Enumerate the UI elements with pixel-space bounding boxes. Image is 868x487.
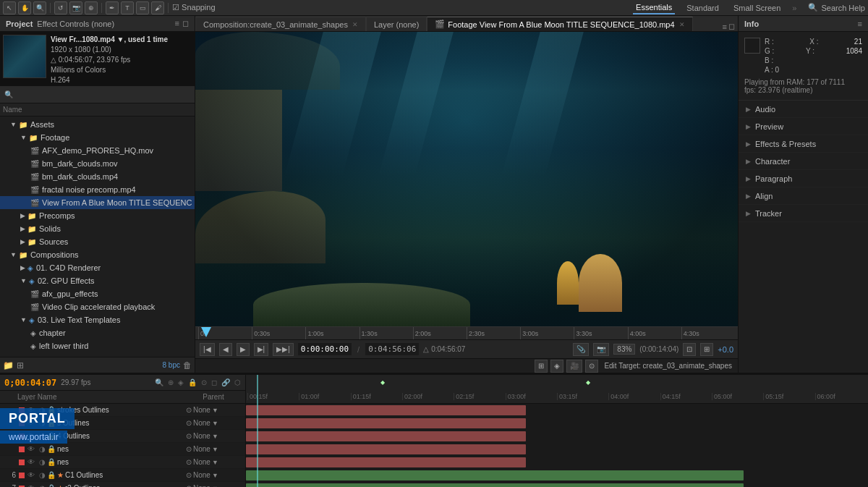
solo-icon[interactable]: ◑: [39, 484, 46, 487]
parent-arrow[interactable]: ▼: [212, 485, 218, 488]
close-icon[interactable]: ✕: [679, 21, 685, 28]
tl-menu-1[interactable]: ⊕: [168, 378, 174, 386]
first-frame-btn[interactable]: |◀: [200, 343, 215, 356]
tree-item-precomps[interactable]: ▶ 📁 Precomps: [0, 209, 195, 222]
comp-tab-label: Composition:create_03_animate_shapes: [203, 20, 348, 29]
new-comp-btn[interactable]: ⊞: [17, 360, 24, 370]
pen-tool[interactable]: ✒: [106, 1, 119, 14]
parent-val: None: [193, 484, 210, 487]
project-search-input[interactable]: [16, 89, 190, 100]
parent-arrow[interactable]: ▼: [212, 459, 218, 466]
viewer-icon-2[interactable]: ◈: [550, 360, 563, 373]
play-btn[interactable]: ▶: [237, 343, 250, 356]
parent-arrow[interactable]: ▼: [212, 472, 218, 479]
paragraph-section[interactable]: ▶ Paragraph: [739, 170, 868, 187]
parent-arrow[interactable]: ▼: [212, 433, 218, 440]
tl-menu-6[interactable]: 🔗: [221, 378, 230, 386]
tl-menu-2[interactable]: ◈: [178, 378, 184, 386]
tl-menu-4[interactable]: ⊙: [201, 378, 207, 386]
effects-presets-section[interactable]: ▶ Effects & Presets: [739, 135, 868, 153]
panel-menu-btn[interactable]: ≡: [723, 22, 727, 31]
pan-tool[interactable]: ⊕: [85, 1, 98, 14]
info-panel-menu[interactable]: ≡: [858, 20, 862, 28]
shape-tool[interactable]: ▭: [136, 1, 149, 14]
clip-icon[interactable]: 📎: [573, 343, 589, 356]
tree-item-solids[interactable]: ▶ 📁 Solids: [0, 222, 195, 235]
footage-tab[interactable]: 🎬 Footage View From A Blue Moon TITLE SE…: [427, 17, 692, 31]
footage-tab-label: Footage View From A Blue Moon TITLE SEQU…: [448, 20, 674, 29]
visibility-icon[interactable]: 👁: [27, 445, 38, 453]
audio-section[interactable]: ▶ Audio: [739, 101, 868, 118]
arrow-icon: ▶: [20, 238, 25, 245]
tree-item-live-text[interactable]: ▼ ◈ 03. Live Text Templates: [0, 313, 195, 326]
lock-icon[interactable]: 🔒: [47, 458, 56, 466]
workspace-essentials[interactable]: Essentials: [633, 1, 675, 14]
tree-item-gpu[interactable]: ▼ ◈ 02. GPU Effects: [0, 274, 195, 287]
more-workspaces[interactable]: »: [792, 4, 796, 12]
lock-icon[interactable]: 🔒: [47, 445, 56, 453]
region-btn[interactable]: ⊡: [683, 343, 696, 356]
tl-menu-5[interactable]: ◻: [211, 378, 217, 386]
selection-tool[interactable]: ↖: [3, 1, 16, 14]
lock-icon[interactable]: 🔒: [47, 471, 56, 479]
visibility-icon[interactable]: 👁: [27, 458, 38, 466]
comp-view-tab[interactable]: Composition:create_03_animate_shapes ✕: [195, 17, 366, 31]
camera-tool[interactable]: 📷: [69, 1, 82, 14]
tree-item-bm-clouds-mov[interactable]: 🎬 bm_dark_clouds.mov: [0, 157, 195, 170]
layer-tab[interactable]: Layer (none): [366, 17, 427, 31]
parent-arrow[interactable]: ▼: [212, 407, 218, 414]
tree-item-compositions[interactable]: ▼ 📁 Compositions: [0, 248, 195, 261]
last-frame-btn[interactable]: ▶▶|: [273, 343, 294, 356]
prev-frame-btn[interactable]: ◀: [219, 343, 232, 356]
zoom-tool[interactable]: 🔍: [33, 1, 46, 14]
tree-item-assets[interactable]: ▼ 📁 Assets: [0, 118, 195, 131]
lock-icon[interactable]: 🔒: [47, 484, 56, 487]
align-section[interactable]: ▶ Align: [739, 187, 868, 205]
parent-arrow[interactable]: ▼: [212, 446, 218, 453]
tree-item-sources[interactable]: ▶ 📁 Sources: [0, 235, 195, 248]
visibility-icon[interactable]: 👁: [27, 484, 38, 487]
tree-item-afx-gpu[interactable]: 🎬 afx_gpu_effects: [0, 287, 195, 300]
safe-btn[interactable]: ⊞: [700, 343, 713, 356]
parent-arrow[interactable]: ▼: [212, 420, 218, 427]
tl-menu-7[interactable]: ⬡: [234, 378, 241, 386]
viewer-icon-1[interactable]: ⊞: [535, 360, 548, 373]
character-section[interactable]: ▶ Character: [739, 153, 868, 170]
tree-item-chapter[interactable]: ◈ chapter: [0, 326, 195, 339]
tree-item-afx-demo[interactable]: 🎬 AFX_demo_PRORES_HQ.mov: [0, 144, 195, 157]
workspace-standard[interactable]: Standard: [684, 2, 722, 14]
rotate-tool[interactable]: ↺: [54, 1, 67, 14]
expand-icon: ▶: [746, 192, 751, 200]
tree-item-fractal[interactable]: 🎬 fractal noise precomp.mp4: [0, 183, 195, 196]
playing-info: Playing from RAM: 177 of 7111: [744, 78, 862, 86]
solo-icon[interactable]: ◑: [39, 471, 46, 479]
camera-icon[interactable]: 📷: [593, 343, 609, 356]
new-folder-btn[interactable]: 📁: [3, 360, 14, 370]
tree-item-viewfrom[interactable]: 🎬 View From A Blue Moon TITLE SEQUENC: [0, 196, 195, 209]
tree-item-c4d[interactable]: ▶ ◈ 01. C4D Renderer: [0, 261, 195, 274]
tracker-section[interactable]: ▶ Tracker: [739, 205, 868, 222]
viewer-icon-4[interactable]: ⊙: [585, 360, 598, 373]
text-tool[interactable]: T: [121, 1, 134, 14]
tl-menu-3[interactable]: 🔒: [188, 378, 197, 386]
panel-expand-icon[interactable]: ◻: [182, 19, 189, 28]
paint-tool[interactable]: 🖌: [151, 1, 164, 14]
workspace-small-screen[interactable]: Small Screen: [731, 2, 783, 14]
delete-btn[interactable]: 🗑: [183, 360, 192, 370]
viewer-icon-3[interactable]: 🎥: [566, 360, 582, 373]
solo-icon[interactable]: ◑: [39, 445, 46, 453]
solo-icon[interactable]: ◑: [39, 458, 46, 466]
tree-item-lower-third[interactable]: ◈ left lower third: [0, 339, 195, 352]
panel-menu-icon[interactable]: ≡: [175, 19, 179, 28]
tree-item-video-clip[interactable]: 🎬 Video Clip accelerated playback: [0, 300, 195, 313]
tree-item-bm-clouds-mp4[interactable]: 🎬 bm_dark_clouds.mp4: [0, 170, 195, 183]
layer-row-4: 👁 ◑ 🔒 nes ⊙ None ▼: [0, 443, 245, 456]
hand-tool[interactable]: ✋: [18, 1, 31, 14]
preview-section[interactable]: ▶ Preview: [739, 118, 868, 135]
visibility-icon[interactable]: 👁: [27, 471, 38, 479]
panel-expand-btn[interactable]: ◻: [728, 22, 735, 31]
next-frame-btn[interactable]: ▶|: [254, 343, 269, 356]
zoom-selector[interactable]: 83%: [613, 344, 635, 355]
tree-item-footage[interactable]: ▼ 📁 Footage: [0, 131, 195, 144]
close-icon[interactable]: ✕: [352, 21, 358, 28]
